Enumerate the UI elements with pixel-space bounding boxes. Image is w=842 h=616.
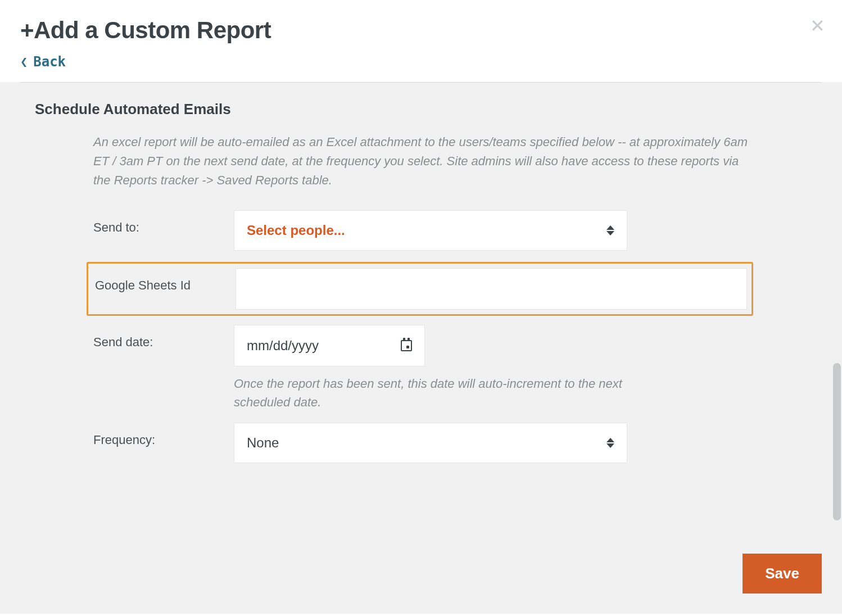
label-send-to: Send to: bbox=[93, 210, 234, 235]
google-sheets-input[interactable] bbox=[236, 268, 747, 310]
row-frequency: Frequency: None bbox=[93, 423, 822, 463]
frequency-select[interactable]: None bbox=[234, 423, 627, 463]
chevron-left-icon: ❮ bbox=[20, 56, 28, 68]
sort-icon bbox=[606, 225, 614, 235]
send-to-select[interactable]: Select people... bbox=[234, 210, 627, 251]
sort-icon bbox=[606, 438, 614, 448]
send-date-input[interactable]: mm/dd/yyyy bbox=[234, 325, 425, 366]
row-send-date: Send date: mm/dd/yyyy Once the report ha… bbox=[93, 325, 822, 411]
row-google-sheets: Google Sheets Id bbox=[87, 262, 753, 316]
divider bbox=[20, 82, 822, 90]
modal-body: Schedule Automated Emails An excel repor… bbox=[0, 82, 842, 614]
modal-title: +Add a Custom Report bbox=[20, 17, 822, 44]
section-description: An excel report will be auto-emailed as … bbox=[93, 133, 749, 190]
scrollbar[interactable] bbox=[833, 363, 841, 520]
modal-header: +Add a Custom Report ❮ Back ✕ bbox=[0, 0, 842, 82]
section-heading: Schedule Automated Emails bbox=[20, 101, 822, 118]
back-label: Back bbox=[33, 54, 66, 70]
send-date-help: Once the report has been sent, this date… bbox=[234, 374, 627, 411]
calendar-icon bbox=[401, 340, 412, 351]
label-send-date: Send date: bbox=[93, 325, 234, 350]
label-frequency: Frequency: bbox=[93, 423, 234, 447]
close-icon[interactable]: ✕ bbox=[810, 17, 825, 35]
row-send-to: Send to: Select people... bbox=[93, 210, 822, 251]
send-date-placeholder: mm/dd/yyyy bbox=[247, 338, 319, 354]
save-button[interactable]: Save bbox=[743, 554, 822, 594]
frequency-value: None bbox=[247, 435, 279, 451]
label-google-sheets: Google Sheets Id bbox=[88, 268, 236, 293]
send-to-placeholder: Select people... bbox=[247, 223, 345, 238]
back-link[interactable]: ❮ Back bbox=[20, 54, 66, 70]
